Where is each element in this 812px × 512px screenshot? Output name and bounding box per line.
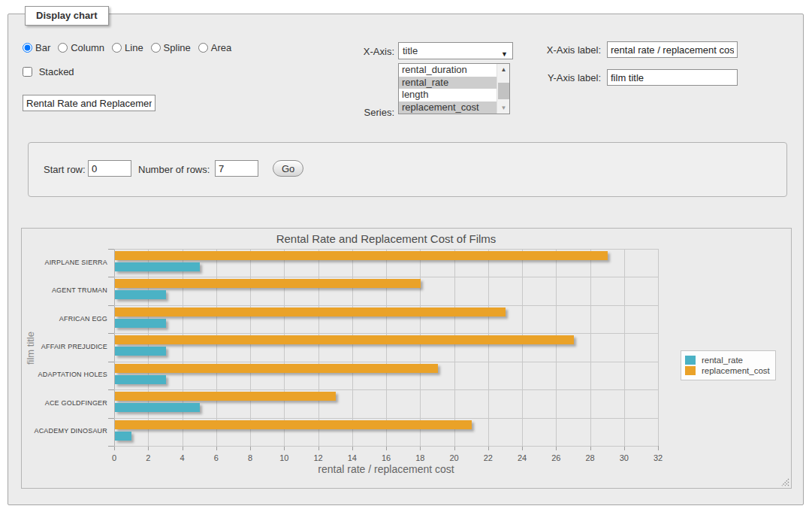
y-axis-tick (108, 333, 114, 334)
chart-type-label: Area (211, 42, 231, 53)
listbox-scrollbar[interactable]: ▲ ▼ (497, 64, 509, 114)
x-axis-label-input[interactable] (607, 41, 738, 58)
x-tick-label: 26 (545, 453, 567, 462)
category-label: ACADEMY DINOSAUR (25, 427, 107, 435)
y-axis-tick (108, 389, 114, 390)
start-row-input[interactable] (88, 160, 131, 177)
category-label: ADAPTATION HOLES (25, 371, 107, 378)
chart-type-column[interactable]: Column (58, 42, 104, 53)
bar-rental_rate (115, 290, 166, 299)
bar-replacement_cost (115, 251, 608, 260)
chart-container: Rental Rate and Replacement Cost of Film… (21, 228, 792, 489)
y-axis-tick (108, 418, 114, 419)
gridline-vertical (386, 249, 387, 446)
bar-rental_rate (115, 319, 166, 328)
scroll-up-icon[interactable]: ▲ (497, 64, 510, 75)
y-axis-title: film title (25, 303, 37, 393)
legend-entry: replacement_cost (685, 366, 770, 375)
series-option-rental_duration[interactable]: rental_duration (399, 64, 497, 77)
stacked-option: Stacked (23, 66, 74, 77)
app-window: Display chart BarColumnLineSplineArea St… (0, 0, 812, 512)
x-axis-select-label: X-Axis: (319, 46, 394, 57)
x-tick-label: 12 (307, 453, 330, 462)
chart-type-spline[interactable]: Spline (151, 42, 191, 53)
plot-area: 02468101214161820222426283032AIRPLANE SI… (114, 249, 658, 446)
gridline-vertical (624, 249, 625, 446)
start-row-label: Start row: (44, 164, 86, 175)
y-axis-label-input[interactable] (607, 69, 738, 86)
chart-type-line[interactable]: Line (112, 42, 143, 53)
chart-type-label: Line (125, 42, 143, 53)
chart-type-radio-column[interactable] (58, 43, 68, 53)
series-option-length[interactable]: length (399, 89, 497, 101)
bar-rental_rate (115, 347, 166, 356)
x-axis-select[interactable]: title ▼ (398, 42, 513, 59)
chart-type-radio-area[interactable] (198, 43, 208, 53)
chart-type-radio-group: BarColumnLineSplineArea (23, 42, 239, 53)
y-axis-tick (108, 362, 114, 362)
gridline-vertical (488, 249, 489, 446)
gridline-vertical (183, 249, 183, 446)
gridline-horizontal (114, 277, 658, 277)
chart-type-radio-bar[interactable] (23, 43, 32, 53)
chart-type-label: Spline (164, 42, 191, 53)
x-tick-label: 16 (375, 453, 397, 462)
gridline-vertical (284, 249, 285, 446)
chart-title-input[interactable] (23, 95, 155, 111)
gridline-vertical (590, 249, 591, 446)
bar-rental_rate (115, 375, 166, 384)
x-tick-label: 28 (579, 453, 602, 462)
y-axis-tick (108, 277, 114, 277)
go-button[interactable]: Go (273, 160, 303, 177)
category-label: AFRICAN EGG (25, 315, 107, 323)
chart-type-bar[interactable]: Bar (23, 42, 50, 53)
gridline-vertical (556, 249, 557, 446)
bar-rental_rate (115, 432, 131, 441)
legend-label: rental_rate (702, 356, 743, 365)
chart-type-label: Bar (35, 42, 50, 53)
gridline-horizontal (114, 333, 658, 334)
stacked-checkbox-label[interactable]: Stacked (23, 66, 74, 77)
chart-type-area[interactable]: Area (198, 42, 231, 53)
category-label: AIRPLANE SIERRA (25, 259, 107, 266)
gridline-vertical (420, 249, 421, 446)
num-rows-label: Number of rows: (138, 164, 210, 175)
x-tick-label: 8 (239, 453, 261, 462)
gridline-vertical (318, 249, 319, 446)
gridline-horizontal (114, 249, 658, 250)
series-listbox[interactable]: ▲ ▼ rental_durationrental_ratelengthrepl… (398, 63, 510, 114)
x-tick-label: 4 (171, 453, 194, 462)
x-tick-label: 10 (273, 453, 295, 462)
chart-legend: rental_ratereplacement_cost (681, 350, 776, 380)
x-tick-label: 30 (613, 453, 635, 462)
y-axis-tick (108, 249, 114, 250)
y-axis-label-caption: Y-Axis label: (526, 72, 601, 83)
x-tick-label: 18 (409, 453, 431, 462)
x-tick-label: 0 (103, 453, 125, 462)
series-option-replacement_cost[interactable]: replacement_cost (399, 101, 497, 114)
gridline-horizontal (114, 305, 658, 306)
chart-type-radio-line[interactable] (112, 43, 122, 53)
x-axis-tick (658, 446, 659, 450)
resize-handle-icon[interactable] (780, 477, 789, 486)
bar-rental_rate (115, 403, 200, 412)
chart-type-radio-spline[interactable] (151, 43, 161, 53)
category-label: AFFAIR PREJUDICE (25, 343, 107, 350)
category-label: AGENT TRUMAN (25, 286, 107, 294)
scrollbar-thumb[interactable] (498, 83, 509, 99)
x-tick-label: 2 (137, 453, 159, 462)
x-tick-label: 22 (477, 453, 500, 462)
x-tick-label: 14 (341, 453, 364, 462)
bar-replacement_cost (115, 392, 336, 401)
series-option-rental_rate[interactable]: rental_rate (399, 77, 497, 89)
legend-entry: rental_rate (685, 356, 770, 365)
num-rows-input[interactable] (215, 160, 258, 177)
dropdown-arrow-icon: ▼ (501, 47, 508, 62)
panel-title: Display chart (25, 6, 109, 26)
scroll-down-icon[interactable]: ▼ (497, 102, 510, 114)
chart-type-label: Column (71, 42, 104, 53)
stacked-checkbox[interactable] (23, 67, 32, 77)
bar-replacement_cost (115, 279, 421, 288)
gridline-horizontal (114, 389, 658, 390)
gridline-vertical (522, 249, 523, 446)
